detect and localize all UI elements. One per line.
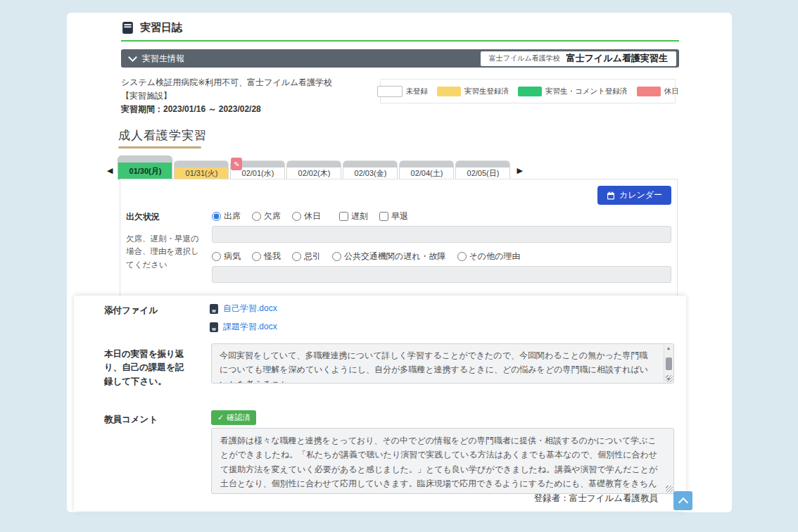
radio-shusseki-input[interactable] xyxy=(212,212,221,221)
tab-label: 01/30(月) xyxy=(118,163,172,179)
radio-label: 忌引 xyxy=(304,251,321,262)
word-file-icon: w xyxy=(210,304,218,314)
attachment-list: w 自己学習.docx w 課題学習.docx xyxy=(210,303,277,339)
reflection-textarea[interactable]: 今回実習をしていて、多職種連携について詳しく学習することができたので、今回関わる… xyxy=(211,343,674,384)
tab-label: 02/03(金) xyxy=(343,167,397,179)
radio-byoki-input[interactable] xyxy=(212,252,221,261)
status-note-input[interactable] xyxy=(212,226,671,243)
tab-0131[interactable]: 01/31(火) xyxy=(174,160,229,179)
checkbox-soutai-input[interactable] xyxy=(379,212,388,221)
attachment-link[interactable]: 課題学習.docx xyxy=(223,321,277,333)
facility-line2: 【実習施設】 xyxy=(121,89,403,103)
course-title-underline xyxy=(118,146,201,148)
tab-0203[interactable]: 02/03(金) xyxy=(343,160,398,179)
radio-label: 出席 xyxy=(224,210,241,222)
calendar-button[interactable]: カレンダー xyxy=(597,186,671,205)
tab-0205[interactable]: 02/05(日) xyxy=(455,160,510,179)
chevron-up-icon xyxy=(678,497,688,507)
radio-kyujitsu-input[interactable] xyxy=(292,212,301,221)
legend-item: 未登録 xyxy=(377,86,429,97)
radio-label: 病気 xyxy=(224,251,241,262)
radio-other[interactable]: その他の理由 xyxy=(457,251,521,262)
radio-byoki[interactable]: 病気 xyxy=(212,251,241,262)
radio-kibiki-input[interactable] xyxy=(292,252,301,261)
reason-note-input[interactable] xyxy=(212,266,671,283)
student-name: 富士フイルム看護実習生 xyxy=(566,52,668,65)
legend-label: 実習生・コメント登録済 xyxy=(545,87,627,96)
resize-handle[interactable] xyxy=(666,486,673,493)
tab-0202[interactable]: 02/02(木) xyxy=(286,160,341,179)
teacher-comment-label: 教員コメント xyxy=(104,413,158,426)
tab-0130[interactable]: 01/30(月) xyxy=(118,156,172,179)
page-header: 実習日誌 xyxy=(121,21,182,34)
scrollbar-thumb[interactable] xyxy=(666,357,672,370)
tab-label: 01/31(火) xyxy=(175,167,228,179)
teacher-comment-textarea[interactable]: 看護師は様々な職種と連携をとっており、その中でどの情報をどの専門職者に提供・相談… xyxy=(211,428,674,494)
scroll-to-top-button[interactable] xyxy=(673,491,692,510)
attachment-item[interactable]: w 課題学習.docx xyxy=(210,321,277,333)
checkbox-chikoku[interactable]: 遅刻 xyxy=(339,210,368,222)
attachment-link[interactable]: 自己学習.docx xyxy=(223,303,277,315)
legend-swatch-holiday xyxy=(637,87,661,96)
legend-swatch-unregistered xyxy=(377,86,403,97)
legend-item: 休日 xyxy=(637,87,679,96)
page-background: 実習日誌 実習生情報 富士フイルム看護学校 富士フイルム看護実習生 システム検証… xyxy=(0,0,798,532)
tab-0204[interactable]: 02/04(土) xyxy=(399,160,454,179)
checkbox-soutai[interactable]: 早退 xyxy=(379,210,408,222)
tab-label: 02/04(土) xyxy=(400,167,453,179)
radio-transport-input[interactable] xyxy=(332,252,341,261)
radio-label: 怪我 xyxy=(264,251,281,262)
tab-cap xyxy=(343,161,397,167)
attendance-sub-label: 欠席、遅刻・早退の場合、理由を選択してください xyxy=(126,232,202,271)
calendar-icon xyxy=(607,191,615,200)
radio-label: 欠席 xyxy=(264,210,281,222)
teacher-comment-text: 看護師は様々な職種と連携をとっており、その中でどの情報をどの専門職者に提供・相談… xyxy=(220,436,657,494)
attendance-controls: 出席 欠席 休日 遅刻 早退 病気 怪我 忌引 公共交通機関の遅れ・故障 その他… xyxy=(212,209,671,289)
tab-label: 02/05(日) xyxy=(456,167,509,179)
tab-cap xyxy=(287,161,341,167)
tabs-prev-arrow-icon[interactable]: ◀ xyxy=(102,166,118,179)
attachment-item[interactable]: w 自己学習.docx xyxy=(210,303,277,315)
check-icon: ✓ xyxy=(217,413,224,422)
radio-kega[interactable]: 怪我 xyxy=(252,251,281,262)
attendance-card: カレンダー 出欠状況 欠席、遅刻・早退の場合、理由を選択してください 出席 欠席… xyxy=(120,179,678,296)
radio-transport[interactable]: 公共交通機関の遅れ・故障 xyxy=(332,251,446,262)
calendar-button-label: カレンダー xyxy=(619,189,662,201)
attachments-label: 添付ファイル xyxy=(104,304,158,317)
radio-label: その他の理由 xyxy=(469,251,521,262)
word-file-icon: w xyxy=(210,322,218,332)
student-info-bar[interactable]: 実習生情報 富士フイルム看護学校 富士フイルム看護実習生 xyxy=(121,49,679,68)
date-tab-bar: ◀ 01/30(月) 01/31(火) ✎ 02/01(水) 02/02(木) … xyxy=(102,156,528,179)
course-title: 成人看護学実習 xyxy=(118,127,207,144)
radio-kega-input[interactable] xyxy=(252,252,261,261)
tab-cap xyxy=(175,161,228,167)
checkbox-label: 早退 xyxy=(391,210,408,222)
radio-kesseki[interactable]: 欠席 xyxy=(252,210,281,222)
radio-label: 休日 xyxy=(304,210,321,222)
status-legend: 未登録 実習生登録済 実習生・コメント登録済 休日 xyxy=(380,79,676,103)
resize-handle[interactable] xyxy=(666,375,673,382)
facility-info: システム検証用病院※利用不可、富士フイルム看護学校 【実習施設】 実習期間：20… xyxy=(121,76,403,116)
tab-cap xyxy=(456,161,509,167)
tab-0201[interactable]: ✎ 02/01(水) xyxy=(230,160,285,179)
page-title: 実習日誌 xyxy=(140,21,182,34)
attendance-row: 出欠状況 欠席、遅刻・早退の場合、理由を選択してください 出席 欠席 休日 遅刻… xyxy=(126,209,671,289)
radio-kibiki[interactable]: 忌引 xyxy=(292,251,321,262)
radio-other-input[interactable] xyxy=(457,252,467,261)
tab-label: 02/02(木) xyxy=(287,167,341,179)
journal-book-icon xyxy=(121,21,134,34)
radio-kesseki-input[interactable] xyxy=(252,212,261,221)
checkbox-chikoku-input[interactable] xyxy=(339,212,348,221)
legend-item: 実習生登録済 xyxy=(437,87,509,96)
student-info-bar-label: 実習生情報 xyxy=(142,53,184,65)
radio-kyujitsu[interactable]: 休日 xyxy=(292,210,321,222)
radio-shusseki[interactable]: 出席 xyxy=(212,210,241,222)
chevron-down-icon xyxy=(128,53,137,62)
tabs-next-arrow-icon[interactable]: ▶ xyxy=(512,166,527,179)
legend-label: 未登録 xyxy=(406,87,429,96)
radio-label: 公共交通機関の遅れ・故障 xyxy=(344,251,446,262)
scroll-up-arrow-icon[interactable]: ▲ xyxy=(666,346,671,350)
legend-label: 休日 xyxy=(664,87,679,96)
reflection-text: 今回実習をしていて、多職種連携について詳しく学習することができたので、今回関わる… xyxy=(220,350,648,384)
facility-line1: システム検証用病院※利用不可、富士フイルム看護学校 xyxy=(121,76,403,89)
